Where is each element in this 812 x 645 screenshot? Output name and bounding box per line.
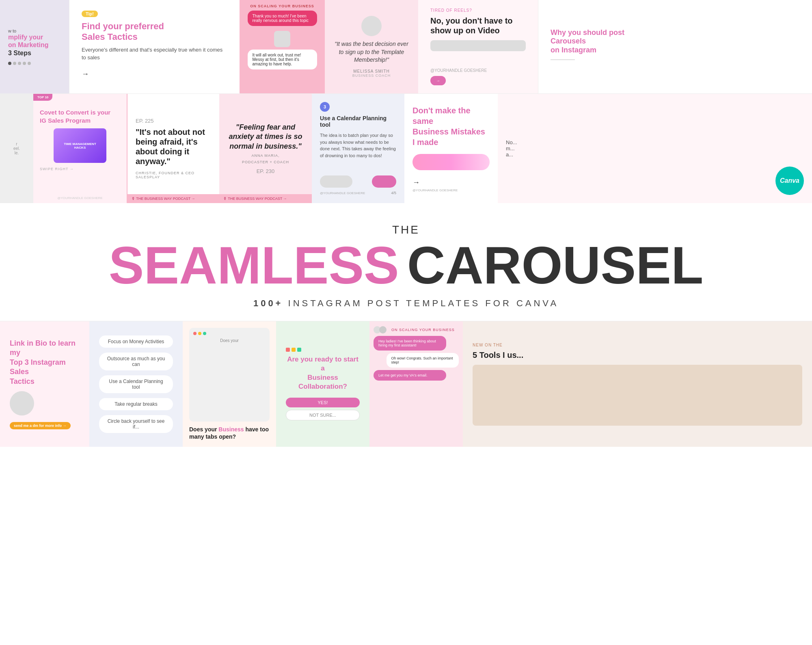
top-badge: TOP 10 <box>33 94 52 101</box>
calendar-body: The idea is to batch plan your day so yo… <box>320 132 396 159</box>
card-tools: NEW ON THE 5 Tools I us... <box>463 321 812 447</box>
canva-badge: Canva <box>775 167 804 195</box>
card-link-bio: Link in Bio to learn my Top 3 Instagram … <box>0 321 89 447</box>
card-mistakes: Don't make the same Business Mistakes I … <box>404 94 498 203</box>
ig-heading-3: IG Sales Program <box>40 117 91 124</box>
card-amplify: w to mplify your on Marketing 3 Steps <box>0 0 69 93</box>
partial-text: reel.le. <box>9 138 24 159</box>
ig-heading-accent: Covet to Convert <box>40 109 89 116</box>
card-testimonial: "It was the best decision ever to sign u… <box>325 0 418 93</box>
chat-image <box>274 31 290 47</box>
partial-right-text: No...m...a... <box>506 139 804 158</box>
card-why-carousels: Why you should post Carousels on Instagr… <box>538 0 644 93</box>
avatar-2 <box>379 326 387 333</box>
tired-label: TIRED OF REELS? <box>430 8 526 13</box>
tabs-accent: Business <box>218 426 244 433</box>
card-scaling: ON SCALING YOUR BUSINESS Hey ladies! I'v… <box>369 321 463 447</box>
link-bio-heading: Link in Bio to learn my Top 3 Instagram … <box>10 339 80 386</box>
top-row: w to mplify your on Marketing 3 Steps Ti… <box>0 0 812 93</box>
card-calendar: 3 Use a Calendar Planning tool The idea … <box>312 94 404 203</box>
list-item-4: Take regular breaks <box>99 398 173 410</box>
carousels-line2: on Instagram <box>551 46 596 54</box>
collab-line: Are you ready to start a <box>287 355 358 372</box>
carousels-line1: Why you should post <box>551 28 624 37</box>
title-100: 100+ <box>253 298 283 308</box>
collab-dot-green <box>297 348 301 352</box>
collab-dot-yellow <box>292 348 296 352</box>
fear-footer: 🎙 THE BUSINESS WAY PODCAST → <box>219 194 312 203</box>
tabs-heading: Does your Business have too many tabs op… <box>189 426 270 440</box>
list-item-5: Circle back yourself to see if... <box>99 415 173 433</box>
carousels-accent: Carousels <box>551 37 586 45</box>
dot-4 <box>23 62 26 65</box>
calendar-title: Use a Calendar Planning tool <box>320 115 396 128</box>
chat-window: Does your <box>189 328 270 422</box>
scaling-header-row: ON SCALING YOUR BUSINESS <box>374 325 459 334</box>
scaling-avatars <box>374 326 387 333</box>
scaling-msg-2: Oh wow! Congrats. Such an important step… <box>387 353 459 368</box>
title-sub: 100+ INSTAGRAM POST TEMPLATES FOR CANVA <box>16 298 796 309</box>
card-tabs: Does your Does your Business have too ma… <box>183 321 276 447</box>
link-bio-avatar <box>10 391 34 416</box>
canva-label: Canva <box>780 177 799 184</box>
ig-heading: Covet to Convert is your IG Sales Progra… <box>40 108 120 124</box>
btn-notsure[interactable]: NOT SURE... <box>286 410 360 420</box>
mistakes-line1: Don't make the same <box>412 106 471 126</box>
collab-icons <box>286 348 360 352</box>
mid-row: reel.le. TOP 10 Covet to Convert is your… <box>0 93 812 203</box>
reels-handle: @YOURHANDLE GOESHERE <box>430 68 526 73</box>
chat-msg-2: It will all work out, trust me! Messy at… <box>248 50 317 69</box>
btn-yes[interactable]: YES! <box>286 398 360 407</box>
calendar-badge-img2 <box>372 175 396 188</box>
amplify-accent: on Marketing <box>8 41 61 49</box>
orange-badge: send me a dm for more info → <box>10 422 71 429</box>
dot-green <box>203 332 206 335</box>
carousels-heading: Why you should post Carousels on Instagr… <box>551 28 631 55</box>
dot-red <box>193 332 197 335</box>
no-reels-heading: No, you don't have to show up on Video <box>430 16 526 35</box>
card-no-reels: TIRED OF REELS? No, you don't have to sh… <box>418 0 538 93</box>
sales-arrow: → <box>82 70 227 78</box>
podcast-attribution: CHRISTIE, FOUNDER & CEO SALESPLAY <box>136 171 211 179</box>
calendar-bottom: @YOURHANDLE GOESHERE 4/5 <box>320 191 396 195</box>
swipe-right: SWIPE RIGHT → <box>40 167 120 171</box>
step-badge: 3 <box>320 102 330 112</box>
collab-accent: Business Collaboration? <box>298 374 347 390</box>
device-mockup: TIME MANAGEMENT HACKS <box>54 128 106 163</box>
card-chat-scaling: ON SCALING YOUR BUSINESS Thank you so mu… <box>240 0 325 93</box>
bottom-row: Link in Bio to learn my Top 3 Instagram … <box>0 321 812 447</box>
card-sales-tactics: Tip! Find your preferred Sales Tactics E… <box>69 0 240 93</box>
card-ig-sales: TOP 10 Covet to Convert is your IG Sales… <box>33 94 127 203</box>
title-seamless: SEAMLESS <box>109 239 399 292</box>
dot-5 <box>28 62 31 65</box>
collab-heading: Are you ready to start a Business Collab… <box>286 355 360 391</box>
scaling-header-text: ON SCALING YOUR BUSINESS <box>389 325 457 334</box>
chat-msg-1: Thank you so much! I've been really nerv… <box>248 11 317 26</box>
sales-heading-line1: Find your preferred <box>82 21 164 31</box>
mistakes-line2: I made <box>412 138 438 147</box>
fear-ep: EP. 230 <box>227 168 304 174</box>
link-bio-line1: Link in Bio to learn my <box>10 339 76 357</box>
reels-btn[interactable]: → <box>430 76 446 85</box>
amplify-line1: w to <box>8 28 61 33</box>
link-bio-accent: Top 3 Instagram Sales <box>10 358 66 376</box>
list-item-3: Use a Calendar Planning tool <box>99 375 173 393</box>
author-avatar <box>361 16 382 36</box>
title-templates: INSTAGRAM POST TEMPLATES FOR CANVA <box>288 298 559 308</box>
mistakes-arrow: → <box>412 178 490 187</box>
fear-quote: "Feeling fear and anxiety at times is so… <box>227 123 304 151</box>
podcast-quote: "It's not about not being afraid, it's a… <box>136 127 211 166</box>
link-bio-line2: Tactics <box>10 377 35 385</box>
new-on-label: NEW ON THE <box>473 343 802 347</box>
chat-header: ON SCALING YOUR BUSINESS <box>250 4 314 8</box>
sales-body: Everyone's different and that's especial… <box>82 46 227 62</box>
ig-handle: @YOURHANDLE GOESHERE <box>57 196 102 200</box>
quote-text: "It was the best decision ever to sign u… <box>333 40 410 64</box>
calendar-badge-img <box>320 175 352 188</box>
amplify-line3: 3 Steps <box>8 49 61 57</box>
tip-badge: Tip! <box>82 11 98 17</box>
list-item-2: Outsource as much as you can <box>99 353 173 370</box>
collab-dot-red <box>286 348 290 352</box>
mistakes-wave <box>412 154 490 170</box>
scaling-msg-3: Let me get you my VA's email. <box>374 370 446 381</box>
